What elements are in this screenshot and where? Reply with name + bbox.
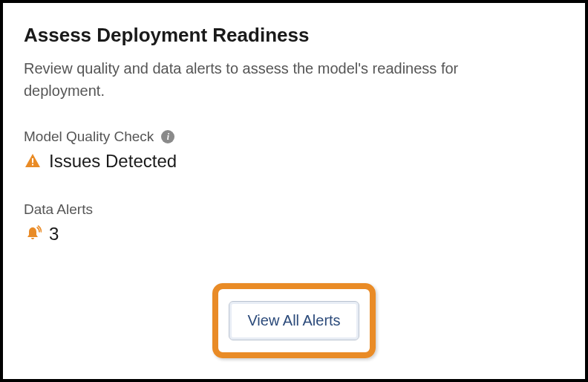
- bell-alert-icon: [24, 225, 42, 243]
- panel-title: Assess Deployment Readiness: [24, 24, 564, 47]
- quality-check-label: Model Quality Check: [24, 129, 154, 145]
- data-alerts-label: Data Alerts: [24, 201, 93, 218]
- data-alerts-count: 3: [49, 224, 59, 245]
- view-all-alerts-button[interactable]: View All Alerts: [229, 301, 359, 340]
- quality-check-status: Issues Detected: [49, 151, 177, 172]
- svg-rect-0: [32, 158, 33, 163]
- readiness-panel: Assess Deployment Readiness Review quali…: [0, 0, 588, 382]
- data-alerts-label-row: Data Alerts: [24, 201, 564, 218]
- panel-description: Review quality and data alerts to assess…: [24, 57, 529, 102]
- info-icon[interactable]: i: [161, 130, 174, 143]
- svg-rect-1: [32, 164, 33, 166]
- data-alerts-row: 3: [24, 224, 564, 245]
- warning-triangle-icon: [24, 152, 42, 170]
- quality-check-label-row: Model Quality Check i: [24, 129, 564, 145]
- highlight-box: View All Alerts: [212, 283, 375, 358]
- quality-check-status-row: Issues Detected: [24, 151, 564, 172]
- button-area: View All Alerts: [24, 283, 564, 364]
